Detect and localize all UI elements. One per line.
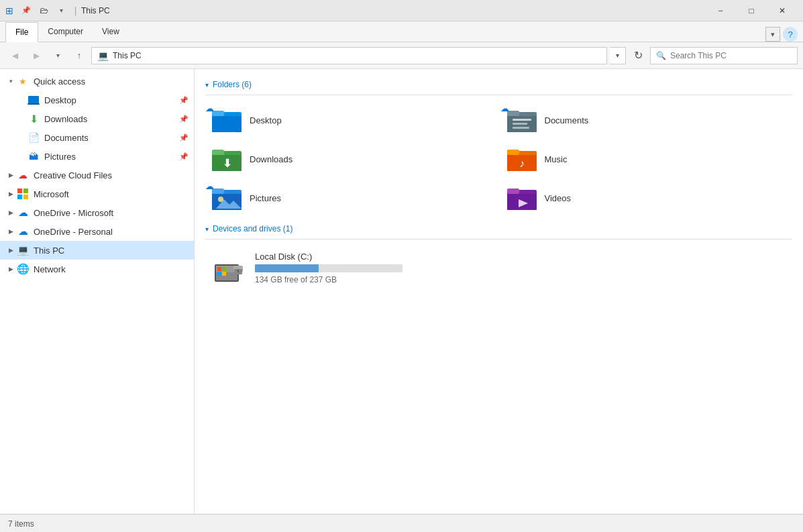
pictures-chevron — [16, 151, 27, 162]
music-folder-label: Music — [545, 154, 568, 164]
maximize-button[interactable]: □ — [736, 0, 767, 21]
sidebar-item-onedrive-microsoft[interactable]: ▶ ☁ OneDrive - Microsoft — [0, 203, 194, 222]
pictures-folder-label: Pictures — [250, 193, 281, 203]
videos-icon-container — [506, 184, 538, 212]
folders-divider — [205, 95, 792, 95]
drive-c-bar-container — [255, 264, 403, 272]
search-icon: 🔍 — [656, 51, 666, 60]
svg-rect-3 — [23, 189, 28, 193]
folder-item-pictures[interactable]: ☁ Pictures — [205, 180, 498, 216]
sidebar-item-creative-cloud[interactable]: ▶ ☁ Creative Cloud Files — [0, 166, 194, 184]
address-path-text: This PC — [113, 51, 142, 60]
drive-c-info: Local Disk (C:) 134 GB free of 237 GB — [255, 252, 403, 284]
svg-rect-7 — [212, 116, 242, 132]
documents-folder-svg — [506, 107, 538, 134]
address-path[interactable]: 💻 This PC — [91, 47, 607, 64]
folders-section-chevron: ▾ — [205, 81, 209, 89]
desktop-icon-container: ☁ — [211, 106, 243, 134]
svg-rect-5 — [23, 195, 28, 199]
sidebar-item-microsoft[interactable]: ▶ Microsoft — [0, 184, 194, 203]
network-icon: 🌐 — [16, 262, 30, 276]
tab-view[interactable]: View — [93, 21, 129, 42]
qa-pin-button[interactable]: 📌 — [19, 3, 34, 18]
nav-up-button[interactable]: ↑ — [70, 46, 89, 65]
ribbon: File Computer View ▾ ? — [0, 21, 803, 42]
tab-computer[interactable]: Computer — [38, 21, 93, 42]
sidebar-item-this-pc[interactable]: ▶ 💻 This PC — [0, 241, 194, 260]
close-button[interactable]: ✕ — [767, 0, 798, 21]
svg-rect-21 — [507, 150, 519, 155]
main-layout: ▾ ★ Quick access Desktop 📌 ⬇ Downloads 📌… — [0, 69, 803, 514]
network-chevron: ▶ — [5, 264, 16, 274]
this-pc-label: This PC — [34, 246, 189, 256]
qa-folder-button[interactable]: 🗁 — [36, 3, 51, 18]
drive-c-icon — [212, 252, 247, 284]
local-disk-svg — [212, 254, 247, 283]
titlebar-quickaccess-area: ⊞ 📌 🗁 ▾ — [5, 3, 68, 18]
tab-file[interactable]: File — [5, 22, 38, 42]
folder-item-documents[interactable]: ☁ Documents — [500, 102, 793, 138]
folders-grid: ☁ Desktop ☁ — [205, 102, 792, 216]
creative-cloud-icon: ☁ — [16, 168, 30, 182]
sidebar-item-desktop[interactable]: Desktop 📌 — [0, 91, 194, 109]
svg-rect-12 — [513, 119, 531, 121]
pictures-cloud-icon: ☁ — [205, 181, 214, 191]
drive-c-free-text: 134 GB free of 237 GB — [255, 275, 403, 284]
documents-cloud-icon: ☁ — [500, 103, 509, 113]
documents-folder-label: Documents — [545, 115, 589, 125]
nav-back-button[interactable]: ◀ — [5, 46, 24, 65]
drives-section-label: Devices and drives (1) — [213, 224, 292, 233]
microsoft-icon — [16, 187, 30, 201]
drive-item-c[interactable]: Local Disk (C:) 134 GB free of 237 GB — [205, 246, 792, 290]
folders-section-header[interactable]: ▾ Folders (6) — [205, 80, 792, 89]
help-button[interactable]: ? — [783, 27, 798, 42]
folder-item-videos[interactable]: Videos — [500, 180, 793, 216]
folder-item-desktop[interactable]: ☁ Desktop — [205, 102, 498, 138]
qa-dropdown-button[interactable]: ▾ — [54, 3, 68, 18]
desktop-pin-icon: 📌 — [179, 96, 189, 105]
ribbon-expand-button[interactable]: ▾ — [765, 27, 780, 42]
ribbon-tabs: File Computer View ▾ ? — [0, 21, 803, 42]
onedrive-microsoft-label: OneDrive - Microsoft — [34, 208, 189, 218]
videos-folder-label: Videos — [545, 193, 572, 203]
titlebar-controls: − □ ✕ — [705, 0, 798, 21]
sidebar-item-pictures[interactable]: 🏔 Pictures 📌 — [0, 147, 194, 166]
refresh-button[interactable]: ↻ — [629, 46, 647, 65]
downloads-icon-container: ⬇ — [211, 145, 243, 173]
desktop-folder-icon — [27, 93, 40, 107]
search-input[interactable] — [670, 51, 792, 60]
svg-rect-2 — [17, 189, 22, 193]
star-icon: ★ — [16, 74, 30, 88]
svg-rect-37 — [217, 272, 221, 276]
quick-access-label: Quick access — [34, 76, 189, 87]
folder-item-downloads[interactable]: ⬇ Downloads — [205, 141, 498, 177]
sidebar-item-documents[interactable]: 📄 Documents 📌 — [0, 128, 194, 147]
onedrive-microsoft-icon: ☁ — [16, 206, 30, 219]
nav-forward-button[interactable]: ▶ — [27, 46, 46, 65]
creative-cloud-label: Creative Cloud Files — [34, 170, 189, 180]
address-dropdown-button[interactable]: ▾ — [610, 47, 626, 64]
sidebar-item-quick-access[interactable]: ▾ ★ Quick access — [0, 72, 194, 91]
drives-section-header[interactable]: ▾ Devices and drives (1) — [205, 224, 792, 233]
svg-rect-4 — [17, 195, 22, 199]
quick-access-chevron: ▾ — [5, 76, 16, 87]
folder-item-music[interactable]: ♪ Music — [500, 141, 793, 177]
sidebar-item-downloads[interactable]: ⬇ Downloads 📌 — [0, 109, 194, 128]
documents-icon-container: ☁ — [506, 106, 538, 134]
windows-icon: ⊞ — [5, 5, 13, 16]
drive-c-bar-fill — [255, 264, 319, 272]
music-icon-container: ♪ — [506, 145, 538, 173]
desktop-folder-svg — [211, 107, 243, 134]
minimize-button[interactable]: − — [705, 0, 736, 21]
pictures-icon-container: ☁ — [211, 184, 243, 212]
sidebar-item-onedrive-personal[interactable]: ▶ ☁ OneDrive - Personal — [0, 222, 194, 241]
this-pc-icon: 💻 — [16, 244, 30, 257]
folders-section-label: Folders (6) — [213, 80, 252, 89]
svg-rect-30 — [507, 189, 519, 194]
ribbon-expand-area: ▾ ? — [765, 27, 798, 42]
nav-dropdown-button[interactable]: ▾ — [48, 46, 67, 65]
sidebar-item-network[interactable]: ▶ 🌐 Network — [0, 260, 194, 278]
svg-rect-1 — [28, 103, 40, 105]
drive-c-name: Local Disk (C:) — [255, 252, 403, 262]
svg-rect-35 — [217, 267, 221, 271]
